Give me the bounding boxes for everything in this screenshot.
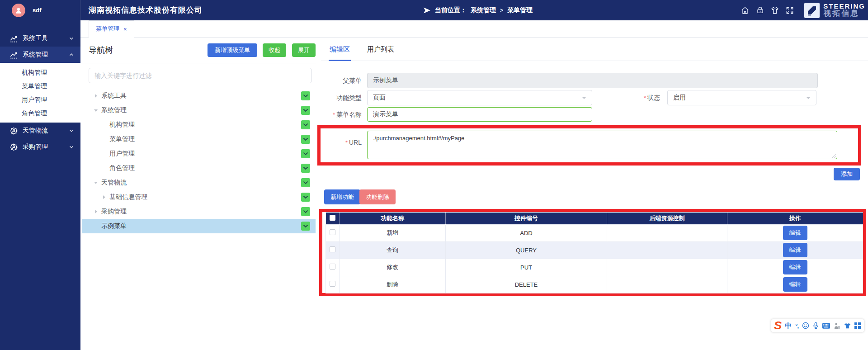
function-type-select[interactable]: 页面	[367, 90, 592, 105]
cell-actions: 编辑	[727, 224, 863, 241]
url-textarea[interactable]: ./purchmanagement.html#/myPage	[367, 131, 837, 159]
tree-node[interactable]: 示例菜单	[82, 219, 316, 233]
url-label: *URL	[298, 139, 362, 146]
cell-actions: 编辑	[727, 276, 863, 293]
sidebar-item[interactable]: 天管物流	[0, 123, 80, 139]
visibility-check-icon[interactable]	[301, 120, 310, 129]
chevron-down-icon	[69, 128, 74, 133]
collapse-all-button[interactable]: 收起	[263, 43, 286, 57]
sidebar-item[interactable]: 系统工具	[0, 30, 80, 47]
sidebar-item[interactable]: 系统管理	[0, 47, 80, 63]
edit-button[interactable]: 编辑	[783, 260, 807, 274]
row-checkbox[interactable]	[330, 264, 335, 270]
tree-node[interactable]: 系统管理	[82, 103, 316, 118]
menu-name-label: *菜单名称	[298, 111, 362, 119]
tree-filter-input[interactable]	[89, 68, 312, 83]
theme-icon[interactable]	[770, 5, 780, 15]
tree-panel-title: 导航树	[89, 45, 113, 56]
visibility-check-icon[interactable]	[301, 193, 310, 202]
collapse-arrow-icon[interactable]	[92, 107, 99, 114]
edit-button[interactable]: 编辑	[783, 226, 807, 240]
expand-all-button[interactable]: 展开	[292, 43, 316, 57]
sidebar-item[interactable]: 采购管理	[0, 139, 80, 155]
breadcrumb-prefix: 当前位置：	[435, 6, 467, 14]
breadcrumb-separator: >	[500, 7, 503, 14]
select-all-checkbox[interactable]	[330, 215, 335, 221]
fullscreen-icon[interactable]	[785, 5, 795, 15]
user-block[interactable]: sdf	[0, 0, 80, 20]
collapse-arrow-icon[interactable]	[92, 179, 99, 186]
tree-node[interactable]: 采购管理	[82, 204, 316, 219]
gear-user-icon	[9, 126, 18, 135]
chinese-mode-icon[interactable]: 中	[785, 322, 792, 330]
visibility-check-icon[interactable]	[301, 164, 310, 173]
row-checkbox[interactable]	[330, 229, 335, 235]
delete-function-button[interactable]: 功能删除	[359, 189, 396, 204]
editor-tab-edit-area[interactable]: 编辑区	[330, 38, 350, 61]
cell-backend-resource	[607, 241, 727, 259]
breadcrumb-item[interactable]: 系统管理	[471, 6, 496, 14]
tree-node-label: 系统管理	[101, 106, 301, 114]
toolbox-icon[interactable]	[854, 322, 861, 329]
edit-button[interactable]: 编辑	[783, 277, 807, 292]
cell-actions: 编辑	[727, 259, 863, 276]
tree-node-label: 采购管理	[101, 208, 301, 216]
emoji-icon[interactable]	[802, 322, 809, 329]
resize-grip[interactable]	[831, 153, 836, 158]
sidebar-subitem[interactable]: 用户管理	[0, 93, 80, 106]
sogou-logo[interactable]: S	[774, 321, 781, 331]
functions-table: 功能名称控件编号后端资源控制操作 新增ADD编辑查询QUERY编辑修改PUT编辑…	[326, 213, 863, 293]
add-function-button[interactable]: 新增功能	[324, 189, 360, 204]
row-checkbox[interactable]	[330, 246, 335, 252]
tree-node[interactable]: 系统工具	[82, 89, 316, 103]
sidebar-subitem[interactable]: 角色管理	[0, 106, 80, 120]
chevron-up-icon	[69, 52, 74, 57]
tree-node[interactable]: 菜单管理	[82, 132, 316, 147]
cell-function-name: 新增	[340, 224, 446, 241]
tree-node-label: 示例菜单	[101, 222, 301, 230]
mic-icon[interactable]	[813, 322, 819, 329]
sidebar-item-label: 天管物流	[23, 127, 69, 135]
expand-arrow-icon[interactable]	[100, 194, 108, 201]
skin-icon[interactable]	[844, 323, 851, 329]
home-icon[interactable]	[740, 5, 750, 15]
punctuation-icon[interactable]: °,	[795, 322, 798, 329]
sidebar-subitem[interactable]: 机构管理	[0, 66, 80, 79]
sidebar-item-label: 采购管理	[23, 143, 69, 151]
close-tab-icon[interactable]: ×	[123, 26, 127, 33]
breadcrumb-item[interactable]: 菜单管理	[507, 6, 533, 14]
tree-node[interactable]: 角色管理	[82, 161, 316, 175]
table-row: 删除DELETE编辑	[326, 276, 863, 293]
add-button[interactable]: 添加	[834, 168, 860, 180]
sidebar-subitem[interactable]: 菜单管理	[0, 79, 80, 93]
tree-node[interactable]: 用户管理	[82, 147, 316, 161]
cell-control-code: DELETE	[446, 276, 607, 293]
expand-arrow-icon[interactable]	[92, 92, 99, 99]
visibility-check-icon[interactable]	[301, 222, 310, 231]
edit-button[interactable]: 编辑	[783, 243, 807, 257]
visibility-check-icon[interactable]	[301, 207, 310, 216]
tree-node[interactable]: 机构管理	[82, 118, 316, 132]
tree-arrow-placeholder	[92, 222, 99, 230]
lock-icon[interactable]	[755, 5, 765, 15]
tree-node-label: 基础信息管理	[109, 193, 301, 201]
handwriting-icon[interactable]	[834, 322, 840, 329]
editor-tab-user-list[interactable]: 用户列表	[367, 38, 394, 61]
cell-function-name: 删除	[340, 276, 446, 293]
table-column-header: 后端资源控制	[607, 213, 727, 224]
visibility-check-icon[interactable]	[301, 149, 310, 158]
tree-node[interactable]: 天管物流	[82, 175, 316, 190]
keyboard-icon[interactable]	[822, 323, 830, 329]
menu-name-input[interactable]	[367, 107, 592, 122]
expand-arrow-icon[interactable]	[92, 208, 99, 215]
cell-backend-resource	[607, 224, 727, 241]
row-checkbox[interactable]	[330, 281, 335, 287]
status-select[interactable]: 启用	[667, 90, 816, 105]
tree-list: 系统工具系统管理机构管理菜单管理用户管理角色管理天管物流基础信息管理采购管理示例…	[82, 89, 316, 233]
add-top-menu-button[interactable]: 新增顶级菜单	[208, 43, 257, 57]
visibility-check-icon[interactable]	[301, 178, 310, 187]
tree-node[interactable]: 基础信息管理	[82, 190, 316, 204]
chart-icon	[9, 50, 18, 59]
avatar[interactable]	[12, 4, 25, 17]
workspace-tab-menu-management[interactable]: 菜单管理 ×	[89, 20, 134, 38]
